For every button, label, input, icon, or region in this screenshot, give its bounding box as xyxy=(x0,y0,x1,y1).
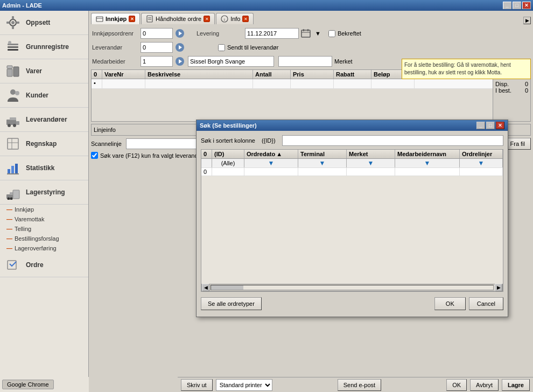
scrollbar-left-arrow[interactable]: ◀ xyxy=(202,284,209,291)
filter-cell-num xyxy=(201,159,212,167)
modal-search-column: ({ID}) xyxy=(262,137,276,144)
input-levering[interactable] xyxy=(245,28,299,39)
ibest-value: 0 xyxy=(525,87,528,94)
tab-handholdte-ordre[interactable]: Håndholdte ordre ✕ xyxy=(141,13,215,24)
maximize-button[interactable]: □ xyxy=(513,2,521,9)
tab-label-info: Info xyxy=(230,16,240,22)
modal-search-input[interactable] xyxy=(282,135,503,146)
modal-minimize-button[interactable]: _ xyxy=(476,122,485,129)
sok-checkbox[interactable] xyxy=(91,152,98,159)
tab-scroll-right[interactable]: ▶ xyxy=(523,17,531,24)
leverandor-action-icon[interactable] xyxy=(174,41,186,53)
label-levering: Levering xyxy=(197,30,245,37)
modal-grid-empty xyxy=(201,176,503,284)
svg-rect-19 xyxy=(16,121,19,125)
tab-close-info[interactable]: ✕ xyxy=(242,16,249,22)
cell-belop xyxy=(371,79,415,88)
modal-scrollbar-h[interactable]: ◀ ▶ xyxy=(201,284,503,291)
sok-checkbox-label[interactable]: Søk vare (F12) kun fra valgt leverandør xyxy=(91,152,204,159)
printer-select[interactable]: Standard printer xyxy=(216,379,272,391)
lagre-button[interactable]: Lagre xyxy=(502,379,530,391)
sidebar-sub-innkjop[interactable]: — Innkjøp xyxy=(0,205,88,214)
input-innkjopsordrenr[interactable] xyxy=(141,28,173,39)
modal-grid-row-0[interactable]: 0 xyxy=(201,168,503,176)
modal-cell-merket-0 xyxy=(347,168,395,176)
svg-rect-8 xyxy=(8,49,18,51)
tab-close-handholdte[interactable]: ✕ xyxy=(204,16,210,22)
modal-ok-button[interactable]: OK xyxy=(434,297,466,310)
close-button[interactable]: ✕ xyxy=(522,2,531,9)
sidebar-item-lagerstyring[interactable]: Lagerstyring xyxy=(0,180,88,205)
tab-bar: Innkjøp ✕ Håndholdte ordre ✕ i Info ✕ ▶ xyxy=(89,11,533,24)
innkjopsordrenr-action-icon[interactable] xyxy=(174,27,186,39)
sidebar-item-statistikk[interactable]: Statistikk xyxy=(0,156,88,180)
svg-rect-25 xyxy=(15,164,18,173)
se-alle-ordretyper-button[interactable]: Se alle ordretyper xyxy=(201,297,262,310)
scannelinje-label: Scannelinje xyxy=(91,141,122,147)
filter-icon-terminal: ▼ xyxy=(319,159,326,167)
ok-button[interactable]: OK xyxy=(446,379,467,391)
modal-col-ordredato: Ordredato ▲ xyxy=(244,150,298,158)
dropdown-icon[interactable]: ▼ xyxy=(315,30,321,37)
sidebar-sub-varemottak[interactable]: — Varemottak xyxy=(0,214,88,224)
modal-close-button[interactable]: ✕ xyxy=(496,122,504,129)
minimize-button[interactable]: _ xyxy=(503,2,511,9)
input-medarbeider[interactable] xyxy=(141,56,173,67)
svg-rect-20 xyxy=(8,138,18,149)
send-epost-button[interactable]: Send e-post xyxy=(338,379,381,391)
modal-maximize-button[interactable]: □ xyxy=(486,122,495,129)
medarbeider-action-icon[interactable] xyxy=(174,55,186,67)
modal-cancel-button[interactable]: Cancel xyxy=(469,297,503,310)
tab-innkjop[interactable]: Innkjøp ✕ xyxy=(91,13,140,24)
sidebar-item-oppsett[interactable]: Oppsett xyxy=(0,11,88,35)
chrome-bar: Google Chrome xyxy=(0,377,89,392)
skriv-ut-button[interactable]: Skriv ut xyxy=(181,379,213,391)
sendt-til-leverandor-label[interactable]: Sendt til leverandør xyxy=(218,44,278,51)
filter-cell-medarbeidernavn[interactable]: ▼ xyxy=(395,159,460,167)
sidebar-sub-telling[interactable]: — Telling xyxy=(0,224,88,234)
sidebar-item-ordre[interactable]: Ordre xyxy=(0,253,88,277)
filter-cell-merket[interactable]: ▼ xyxy=(347,159,395,167)
filter-cell-ordrelinjer[interactable]: ▼ xyxy=(460,159,503,167)
svg-rect-33 xyxy=(96,17,103,22)
input-medarbeider-name[interactable] xyxy=(188,56,274,67)
tab-info[interactable]: i Info ✕ xyxy=(216,13,254,24)
chrome-tab[interactable]: Google Chrome xyxy=(2,380,54,389)
svg-point-17 xyxy=(8,124,11,127)
sidebar-item-grunnregistre[interactable]: Grunnregistre xyxy=(0,35,88,59)
avbryt-button[interactable]: Avbryt xyxy=(470,379,499,391)
sendt-til-leverandor-checkbox[interactable] xyxy=(218,44,225,51)
bekreftet-checkbox-label[interactable]: Bekreftet xyxy=(328,30,361,37)
col-pris: Pris xyxy=(291,70,334,79)
info-tab-icon: i xyxy=(221,15,228,23)
ibest-row: I best. 0 xyxy=(495,87,528,94)
scrollbar-track[interactable] xyxy=(211,285,494,290)
form-row-1: Innkjøpsordrenr Levering ▼ Bekreftet xyxy=(92,27,530,39)
cell-beskrivelse xyxy=(145,79,253,88)
filter-cell-ordredato[interactable]: ▼ xyxy=(244,159,298,167)
tab-close-innkjop[interactable]: ✕ xyxy=(129,16,135,22)
sidebar-item-varer[interactable]: Varer xyxy=(0,59,88,83)
sidebar-sub-lageroverforing[interactable]: — Lageroverføring xyxy=(0,243,88,253)
sidebar-item-leverandorer[interactable]: Leverandører xyxy=(0,108,88,132)
sidebar-item-regnskap[interactable]: Regnskap xyxy=(0,132,88,156)
disp-value: 0 xyxy=(525,81,528,87)
input-merket[interactable] xyxy=(278,56,332,67)
filter-icon-medarbeidernavn: ▼ xyxy=(424,159,431,167)
sidebar-sub-bestillingsforslag[interactable]: — Bestillingsforslag xyxy=(0,234,88,243)
input-leverandor[interactable] xyxy=(141,42,173,53)
scrollbar-right-arrow[interactable]: ▶ xyxy=(495,284,502,291)
filter-cell-all[interactable]: (Alle) xyxy=(212,159,244,167)
modal-col-medarbeidernavn: Medarbeidernavn xyxy=(395,150,460,158)
modal-footer: Se alle ordretyper OK Cancel xyxy=(201,295,503,312)
sok-label: Søk vare (F12) kun fra valgt leverandør xyxy=(100,152,204,159)
filter-cell-terminal[interactable]: ▼ xyxy=(298,159,347,167)
modal-filter-row: (Alle) ▼ ▼ ▼ ▼ ▼ xyxy=(201,159,503,168)
bekreftet-checkbox[interactable] xyxy=(328,30,335,37)
title-bar: Admin - LADE _ □ ✕ xyxy=(0,0,533,11)
calendar-icon[interactable] xyxy=(300,27,312,39)
sidebar-item-kunder[interactable]: Kunder xyxy=(0,83,88,108)
svg-point-9 xyxy=(8,41,11,44)
scrollbar-thumb[interactable] xyxy=(211,285,243,290)
sidebar-label-leverandorer: Leverandører xyxy=(26,116,67,123)
